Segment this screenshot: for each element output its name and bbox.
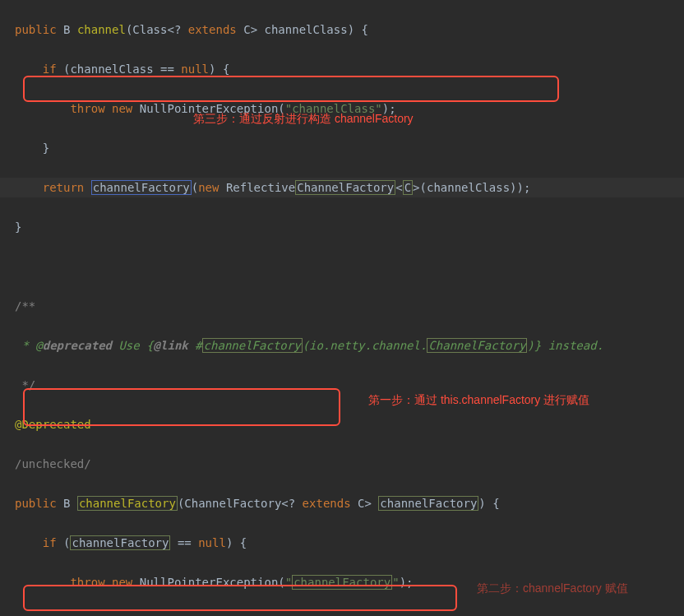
code-line: } — [0, 612, 684, 616]
code-line: } — [0, 217, 684, 237]
channelFactory-call: channelFactory — [91, 180, 192, 195]
code-line: public B channel(Class<? extends C> chan… — [0, 20, 684, 39]
code-editor[interactable]: public B channel(Class<? extends C> chan… — [0, 0, 684, 616]
annotation: @Deprecated — [0, 415, 684, 434]
code-line: if (channelFactory == null) { — [0, 533, 684, 553]
code-line-highlighted: return channelFactory(new ReflectiveChan… — [0, 178, 684, 197]
javadoc: * @deprecated Use {@link #channelFactory… — [0, 336, 684, 355]
blank-line — [0, 257, 684, 276]
javadoc: */ — [0, 375, 684, 395]
code-line: throw new NullPointerException("channelC… — [0, 99, 684, 118]
code-line: throw new NullPointerException("channelF… — [0, 572, 684, 592]
code-line: } — [0, 138, 684, 158]
code-line: public B channelFactory(ChannelFactory<?… — [0, 493, 684, 513]
javadoc: /** — [0, 296, 684, 316]
code-line: if (channelClass == null) { — [0, 59, 684, 79]
suppress-comment: /unchecked/ — [0, 454, 684, 474]
